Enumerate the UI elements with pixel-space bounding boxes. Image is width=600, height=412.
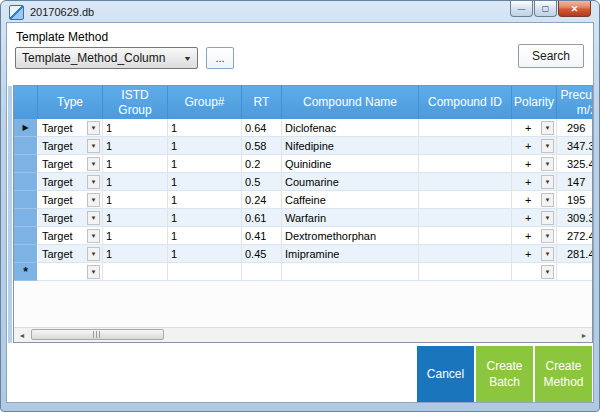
- polarity-cell[interactable]: +▼: [512, 137, 557, 155]
- column-header-type[interactable]: Type: [38, 86, 103, 119]
- group-cell[interactable]: [168, 263, 242, 281]
- row-header-cell[interactable]: [14, 227, 38, 245]
- rt-cell[interactable]: 0.41: [242, 227, 282, 245]
- group-cell[interactable]: 1: [168, 173, 242, 191]
- row-header-cell[interactable]: [14, 191, 38, 209]
- cell-dropdown-icon[interactable]: ▼: [87, 265, 100, 279]
- polarity-cell[interactable]: +▼: [512, 209, 557, 227]
- type-cell[interactable]: ▼: [38, 263, 103, 281]
- column-header-compound-id[interactable]: Compound ID: [419, 86, 512, 119]
- cell-dropdown-icon[interactable]: ▼: [541, 139, 554, 153]
- precursor-cell[interactable]: 309.3: [557, 209, 593, 227]
- group-cell[interactable]: 1: [168, 191, 242, 209]
- type-cell[interactable]: Target▼: [38, 137, 103, 155]
- rt-cell[interactable]: 0.64: [242, 119, 282, 137]
- compound-id-cell[interactable]: [419, 119, 512, 137]
- type-cell[interactable]: Target▼: [38, 209, 103, 227]
- istd-group-cell[interactable]: 1: [103, 155, 168, 173]
- column-header-compound-name[interactable]: Compound Name: [282, 86, 419, 119]
- cell-dropdown-icon[interactable]: ▼: [541, 193, 554, 207]
- precursor-cell[interactable]: 325.4: [557, 155, 593, 173]
- cell-dropdown-icon[interactable]: ▼: [541, 175, 554, 189]
- polarity-cell[interactable]: +▼: [512, 227, 557, 245]
- group-cell[interactable]: 1: [168, 227, 242, 245]
- cell-dropdown-icon[interactable]: ▼: [87, 139, 100, 153]
- cell-dropdown-icon[interactable]: ▼: [541, 211, 554, 225]
- compound-name-cell[interactable]: Diclofenac: [282, 119, 419, 137]
- cell-dropdown-icon[interactable]: ▼: [87, 211, 100, 225]
- compound-name-cell[interactable]: Dextromethorphan: [282, 227, 419, 245]
- polarity-cell[interactable]: +▼: [512, 245, 557, 263]
- precursor-cell[interactable]: 281.4: [557, 245, 593, 263]
- cell-dropdown-icon[interactable]: ▼: [541, 229, 554, 243]
- rt-cell[interactable]: 0.5: [242, 173, 282, 191]
- polarity-cell[interactable]: +▼: [512, 173, 557, 191]
- group-cell[interactable]: 1: [168, 245, 242, 263]
- horizontal-scrollbar[interactable]: ◄ ►: [14, 327, 592, 342]
- create-method-button[interactable]: Create Method: [535, 346, 592, 402]
- rt-cell[interactable]: [242, 263, 282, 281]
- compound-name-cell[interactable]: Coumarine: [282, 173, 419, 191]
- precursor-cell[interactable]: 347.3: [557, 137, 593, 155]
- row-header-cell[interactable]: *: [14, 263, 38, 281]
- istd-group-cell[interactable]: 1: [103, 119, 168, 137]
- type-cell[interactable]: Target▼: [38, 191, 103, 209]
- compound-id-cell[interactable]: [419, 263, 512, 281]
- istd-group-cell[interactable]: 1: [103, 173, 168, 191]
- group-cell[interactable]: 1: [168, 155, 242, 173]
- cancel-button[interactable]: Cancel: [417, 346, 474, 402]
- create-batch-button[interactable]: Create Batch: [476, 346, 533, 402]
- scroll-right-button[interactable]: ►: [576, 328, 592, 342]
- group-cell[interactable]: 1: [168, 209, 242, 227]
- row-header-cell[interactable]: [14, 209, 38, 227]
- group-cell[interactable]: 1: [168, 137, 242, 155]
- cell-dropdown-icon[interactable]: ▼: [87, 193, 100, 207]
- row-header-cell[interactable]: [14, 173, 38, 191]
- compound-id-cell[interactable]: [419, 227, 512, 245]
- row-header-cell[interactable]: [14, 155, 38, 173]
- cell-dropdown-icon[interactable]: ▼: [87, 229, 100, 243]
- type-cell[interactable]: Target▼: [38, 155, 103, 173]
- compound-id-cell[interactable]: [419, 137, 512, 155]
- compound-name-cell[interactable]: Quinidine: [282, 155, 419, 173]
- column-header-row-header[interactable]: [14, 86, 38, 119]
- istd-group-cell[interactable]: 1: [103, 227, 168, 245]
- compound-id-cell[interactable]: [419, 209, 512, 227]
- precursor-cell[interactable]: 147: [557, 173, 593, 191]
- polarity-cell[interactable]: +▼: [512, 155, 557, 173]
- istd-group-cell[interactable]: 1: [103, 245, 168, 263]
- precursor-cell[interactable]: [557, 263, 593, 281]
- rt-cell[interactable]: 0.61: [242, 209, 282, 227]
- column-header-polarity[interactable]: Polarity: [512, 86, 557, 119]
- minimize-button[interactable]: —: [510, 1, 533, 17]
- row-header-cell[interactable]: ▶: [14, 119, 38, 137]
- maximize-button[interactable]: ▢: [534, 1, 557, 17]
- precursor-cell[interactable]: 195: [557, 191, 593, 209]
- rt-cell[interactable]: 0.2: [242, 155, 282, 173]
- row-header-cell[interactable]: [14, 245, 38, 263]
- istd-group-cell[interactable]: 1: [103, 137, 168, 155]
- compound-name-cell[interactable]: [282, 263, 419, 281]
- template-method-dropdown[interactable]: Template_Method_Column ▼: [15, 47, 198, 69]
- cell-dropdown-icon[interactable]: ▼: [87, 157, 100, 171]
- compound-id-cell[interactable]: [419, 191, 512, 209]
- search-button[interactable]: Search: [518, 44, 584, 68]
- istd-group-cell[interactable]: [103, 263, 168, 281]
- cell-dropdown-icon[interactable]: ▼: [541, 157, 554, 171]
- istd-group-cell[interactable]: 1: [103, 191, 168, 209]
- column-header-istd-group[interactable]: ISTDGroup: [103, 86, 168, 119]
- scrollbar-thumb[interactable]: [31, 329, 164, 340]
- istd-group-cell[interactable]: 1: [103, 209, 168, 227]
- scroll-left-button[interactable]: ◄: [14, 328, 30, 342]
- cell-dropdown-icon[interactable]: ▼: [87, 121, 100, 135]
- precursor-cell[interactable]: 272.4: [557, 227, 593, 245]
- browse-button[interactable]: ...: [206, 47, 234, 69]
- row-header-cell[interactable]: [14, 137, 38, 155]
- precursor-cell[interactable]: 296: [557, 119, 593, 137]
- type-cell[interactable]: Target▼: [38, 245, 103, 263]
- cell-dropdown-icon[interactable]: ▼: [541, 265, 554, 279]
- compound-id-cell[interactable]: [419, 245, 512, 263]
- column-header-precursor[interactable]: Precursorm/z: [557, 86, 593, 119]
- cell-dropdown-icon[interactable]: ▼: [87, 175, 100, 189]
- column-header-rt[interactable]: RT: [242, 86, 282, 119]
